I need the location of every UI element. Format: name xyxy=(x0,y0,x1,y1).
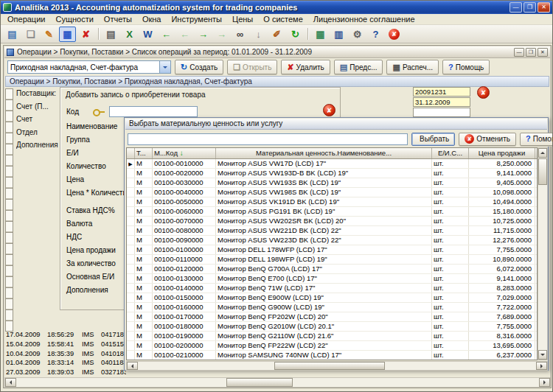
delete-icon[interactable]: ✘ xyxy=(77,27,94,42)
exit-icon[interactable]: ✘ xyxy=(386,27,403,42)
menu-item[interactable]: Окна xyxy=(137,14,167,24)
menu-item[interactable]: Инструменты xyxy=(166,14,227,24)
code-input[interactable] xyxy=(109,106,198,117)
scroll-left-button[interactable] xyxy=(5,378,16,387)
operation-row[interactable]: 27.03.2009 18:39:03 IMS 03271839 xyxy=(6,368,126,377)
grid-row-selector-column[interactable] xyxy=(5,88,13,332)
material-row[interactable]: М 00100-0160000 Монитор BenQ G900W (LCD)… xyxy=(127,303,537,312)
separator[interactable] xyxy=(305,27,310,42)
edit-icon[interactable]: ✎ xyxy=(41,27,58,42)
Удалить[interactable]: ✘ Удалить xyxy=(281,60,330,74)
excel-icon[interactable]: X xyxy=(121,27,138,42)
operation-row[interactable]: 10.04.2009 18:35:39 IMS 04101835 xyxy=(6,349,126,359)
menu-item[interactable]: Сущности xyxy=(50,14,98,24)
Помощь[interactable]: ? Помощь xyxy=(520,133,553,146)
menu-item[interactable]: Лицензионное соглашение xyxy=(308,14,420,24)
prev-alt-icon[interactable]: ← xyxy=(176,27,193,42)
material-row[interactable]: М 00100-0080000 Монитор ASUS VW221D BK (… xyxy=(127,226,537,236)
child-restore-button[interactable]: ❐ xyxy=(526,48,536,57)
child-minimize-button[interactable]: — xyxy=(514,48,524,57)
menu-item[interactable]: Отчеты xyxy=(99,14,137,24)
material-row[interactable]: М 00100-0030000 Монитор ASUS VW193S BK (… xyxy=(127,178,537,188)
material-row[interactable]: М 00100-0190000 Монитор BenQ G2110W (LCD… xyxy=(127,332,537,341)
scroll-right-button[interactable] xyxy=(539,378,550,387)
child-horizontal-scrollbar[interactable] xyxy=(4,377,551,388)
save-icon[interactable]: ▦ xyxy=(59,27,76,42)
cancel-circle-button[interactable]: ✘ xyxy=(323,104,335,116)
Выбрать[interactable]: Выбрать xyxy=(411,133,455,146)
down-arrow-icon[interactable]: ↓ xyxy=(250,27,267,42)
scroll-right-button[interactable] xyxy=(536,362,547,370)
material-row[interactable]: М 00100-0070000 Монитор ASUS VW202SR BK … xyxy=(127,217,537,226)
Создать[interactable]: ↻ Создать xyxy=(175,60,223,74)
dialog-title-bar[interactable]: Выбрать материальную ценность или услугу xyxy=(125,119,547,130)
material-row[interactable]: М 00100-0050000 Монитор ASUS VK191D BK (… xyxy=(127,197,537,207)
header-price[interactable]: Цена продажи xyxy=(469,148,535,158)
next-icon[interactable]: → xyxy=(195,27,212,42)
extra-field[interactable] xyxy=(413,108,470,117)
scroll-left-button[interactable] xyxy=(127,362,138,370)
minimize-button[interactable]: — xyxy=(509,2,522,13)
menu-item[interactable]: О системе xyxy=(258,14,307,24)
operation-row[interactable]: 01.04.2009 18:33:14 IMS 04011833 xyxy=(6,358,126,368)
child-close-button[interactable]: ✕ xyxy=(538,48,548,57)
material-row[interactable]: М 00100-0110000 Монитор DELL 198WFP (LCD… xyxy=(127,255,537,265)
dialog-horizontal-scrollbar[interactable] xyxy=(126,361,548,371)
Отменить[interactable]: ✘ Отменить xyxy=(459,133,516,146)
menu-item[interactable]: Цены xyxy=(227,14,258,24)
material-row[interactable]: М 00100-0100000 Монитор DELL 178WFP (LCD… xyxy=(127,245,537,255)
header-code[interactable]: М...Код ↓ xyxy=(153,148,216,158)
table-icon[interactable]: ▦ xyxy=(312,27,329,42)
settings-gear-icon[interactable]: ⚙ xyxy=(349,27,366,42)
menu-item[interactable]: Операции xyxy=(2,14,50,24)
material-row[interactable]: М 00100-0150000 Монитор BenQ E900W (LCD)… xyxy=(127,293,537,303)
material-row[interactable]: М 00100-0140000 Монитор BenQ 71W (LCD) 1… xyxy=(127,284,537,293)
scroll-thumb[interactable] xyxy=(226,378,293,387)
close-button[interactable]: ✕ xyxy=(538,2,550,13)
search-input[interactable] xyxy=(128,133,408,145)
print-icon[interactable]: ▤ xyxy=(102,27,119,42)
word-icon[interactable]: W xyxy=(139,27,156,42)
journal-icon[interactable]: ▤ xyxy=(4,27,21,42)
help-icon[interactable]: ? xyxy=(367,27,384,42)
material-row[interactable]: М 00100-0130000 Монитор BenQ E700 (LCD) … xyxy=(127,274,537,284)
child-title-bar[interactable]: Операции > Покупки, Поставки > Список оп… xyxy=(4,46,550,58)
period-date-field[interactable]: 31.12.2009 xyxy=(413,97,470,107)
material-row[interactable]: М 00100-0200000 Монитор BenQ FP222W (LCD… xyxy=(127,341,537,351)
pen-icon[interactable]: ✐ xyxy=(268,27,285,42)
period-code-field[interactable]: 20091231 xyxy=(413,87,470,97)
prev-icon[interactable]: ← xyxy=(158,27,175,42)
material-row[interactable]: М 00100-0180000 Монитор BenQ G2010W (LCD… xyxy=(127,322,537,332)
binoculars-icon[interactable]: ∞ xyxy=(232,27,248,42)
document-type-combobox[interactable]: Приходная накладная, Счет-фактура xyxy=(7,60,171,74)
scroll-thumb[interactable] xyxy=(538,158,547,185)
new-document-icon[interactable]: ❏ xyxy=(22,27,39,42)
material-row[interactable]: М 00100-0040000 Монитор ASUS VW198S BK (… xyxy=(127,188,537,197)
dialog-vertical-scrollbar[interactable] xyxy=(538,147,548,360)
close-period-circle-button[interactable]: ✘ xyxy=(477,86,490,99)
Предс...[interactable]: ▤ Предс... xyxy=(334,60,383,74)
maximize-button[interactable]: ❐ xyxy=(524,2,536,13)
material-row[interactable]: М 00100-0020000 Монитор ASUS VW193D-B BK… xyxy=(127,169,537,178)
chevron-down-icon[interactable] xyxy=(159,61,170,73)
refresh-icon[interactable]: ↻ xyxy=(287,27,304,42)
Открыть[interactable]: ❏ Открыть xyxy=(227,60,277,74)
material-row[interactable]: М 00100-0060000 Монитор ASUS PG191 BK (L… xyxy=(127,207,537,217)
material-row[interactable]: ▶ М 00100-0010000 Монитор ASUS VW17D (LC… xyxy=(127,159,537,169)
operation-row[interactable]: 15.04.2009 15:58:41 IMS 04151558 xyxy=(6,340,126,349)
scroll-up-button[interactable] xyxy=(538,148,547,158)
Распеч...[interactable]: ▦ Распеч... xyxy=(386,60,439,74)
title-bar[interactable]: Analitika 2013 - Accounting automatizati… xyxy=(1,1,552,14)
header-type[interactable]: Т... xyxy=(135,148,153,158)
material-row[interactable]: М 00100-0090000 Монитор ASUS VW223D BK (… xyxy=(127,236,537,245)
Помощь[interactable]: ? Помощь xyxy=(442,60,490,74)
operation-row[interactable]: 17.04.2009 18:56:29 IMS 04171856 xyxy=(6,330,126,340)
scroll-thumb[interactable] xyxy=(274,362,385,370)
separator[interactable] xyxy=(96,27,101,42)
material-row[interactable]: М 00100-0170000 Монитор BenQ FP202W (LCD… xyxy=(127,312,537,322)
material-row[interactable]: М 00100-0120000 Монитор BenQ G700A (LCD)… xyxy=(127,265,537,274)
header-name[interactable]: Материальная ценность.Наименование... xyxy=(216,148,432,158)
material-row[interactable]: М 00100-0210000 Монитор SAMSUNG 740NW (L… xyxy=(127,351,537,360)
next-alt-icon[interactable]: → xyxy=(213,27,230,42)
header-marker[interactable] xyxy=(127,148,135,158)
